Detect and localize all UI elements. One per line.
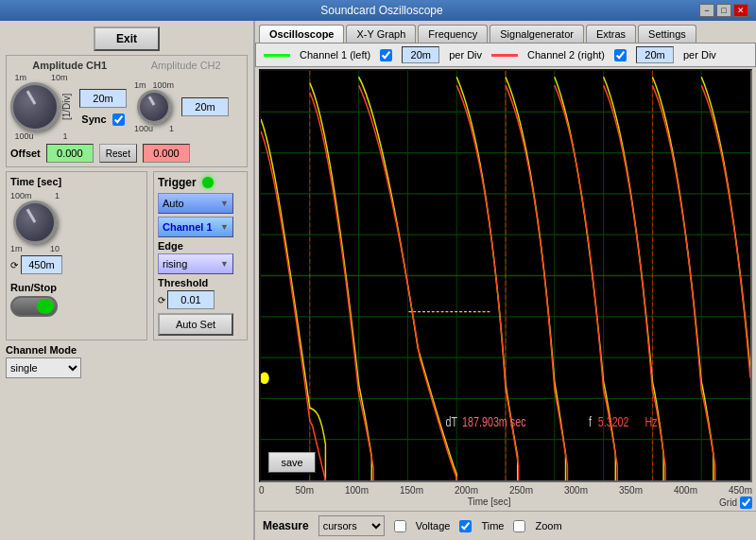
ch2-knob-container: 1m 100m 100u 1 (134, 80, 174, 133)
amplitude-knob-row: 1m 10m [1/Div] 100u 1 20m (10, 73, 243, 141)
save-button[interactable]: save (268, 452, 316, 473)
svg-text:f: f (589, 414, 592, 429)
threshold-row: ⟳ 0.01 (158, 290, 243, 309)
trigger-led (202, 177, 214, 188)
offset-ch2-input[interactable]: 0.000 (143, 144, 190, 163)
tab-signalgenerator[interactable]: Signalgenerator (490, 25, 584, 43)
voltage-checkbox[interactable] (394, 520, 406, 532)
run-stop-section: Run/Stop (10, 282, 143, 317)
ch2-knob-label-bot-left: 100u (134, 124, 153, 133)
zoom-checkbox[interactable] (513, 520, 525, 532)
minimize-button[interactable]: − (699, 4, 714, 17)
measure-bar: Measure cursors Voltage Time Zoom (255, 511, 756, 540)
ch1-color-indicator (264, 54, 290, 57)
maximize-button[interactable]: □ (716, 4, 731, 17)
ch2-visible-checkbox[interactable] (614, 49, 627, 61)
ch1-knob-label-bot-right: 1 (62, 131, 67, 141)
tab-oscilloscope[interactable]: Oscilloscope (259, 25, 344, 43)
reset-button[interactable]: Reset (99, 144, 137, 163)
sync-row: Sync (81, 113, 124, 126)
x-axis-title-row: Time [sec] Grid (255, 496, 756, 511)
trigger-channel-label: Channel 1 (163, 221, 213, 233)
app-title: Soundcard Oszilloscope (64, 4, 699, 17)
ch2-knob-label-bot-right: 1 (169, 124, 174, 133)
run-stop-label: Run/Stop (10, 282, 57, 293)
title-bar: Soundcard Oszilloscope − □ ✕ (0, 0, 756, 21)
amplitude-ch2-label: Amplitude CH2 (151, 60, 221, 71)
left-panel: Exit Amplitude CH1 Amplitude CH2 1m 10m … (0, 21, 255, 540)
measure-mode-select[interactable]: cursors (318, 515, 385, 536)
ch1-channel-label: Channel 1 (left) (300, 49, 370, 61)
zoom-label: Zoom (535, 520, 561, 531)
time-knob-top-left: 100m (10, 191, 32, 200)
tab-extras[interactable]: Extras (586, 25, 636, 43)
trigger-label: Trigger (158, 176, 197, 189)
channel-bar: Channel 1 (left) 20m per Div Channel 2 (… (255, 43, 756, 67)
x-axis-label-350m: 350m (619, 485, 643, 496)
channel-mode-label: Channel Mode (6, 344, 248, 356)
trigger-channel-button[interactable]: Channel 1 ▼ (158, 217, 233, 237)
ch2-color-indicator (491, 54, 518, 57)
trigger-auto-button[interactable]: Auto ▼ (158, 193, 233, 214)
time-checkbox[interactable] (459, 520, 472, 532)
exit-button[interactable]: Exit (94, 26, 160, 51)
ch1-unit-label: [1/Div] (61, 88, 72, 126)
ch1-per-div-label: per Div (449, 49, 482, 61)
time-arrow-icon: ⟳ (10, 260, 18, 270)
tab-frequency[interactable]: Frequency (418, 25, 488, 43)
ch1-knob-label-bot-left: 100u (15, 131, 34, 141)
trigger-header: Trigger (158, 176, 243, 189)
x-axis-label-150m: 150m (400, 485, 423, 496)
ch1-knob-container: 1m 10m [1/Div] 100u 1 (10, 73, 72, 141)
edge-label: Edge (158, 240, 243, 252)
time-knob-bot-right: 10 (50, 244, 60, 253)
time-section: Time [sec] 100m 1 1m 10 (6, 171, 147, 340)
channel-mode-select[interactable]: single (6, 357, 81, 378)
measure-label: Measure (263, 519, 309, 532)
grid-checkbox[interactable] (740, 496, 752, 509)
auto-set-button[interactable]: Auto Set (158, 313, 233, 336)
ch2-knob-label-top-right: 100m (152, 80, 174, 90)
tab-settings[interactable]: Settings (638, 25, 696, 43)
x-axis-label-200m: 200m (455, 485, 478, 496)
ch1-visible-checkbox[interactable] (380, 49, 392, 61)
x-axis-title: Time [sec] (259, 496, 719, 509)
x-axis-label-250m: 250m (509, 485, 533, 496)
time-knob-area: 100m 1 1m 10 (10, 191, 143, 253)
sync-checkbox[interactable] (112, 113, 125, 126)
close-button[interactable]: ✕ (733, 4, 748, 17)
right-panel: Oscilloscope X-Y Graph Frequency Signalg… (255, 21, 756, 540)
ch1-per-div-input[interactable]: 20m (402, 46, 439, 63)
ch1-value-input[interactable]: 20m (79, 89, 127, 108)
channel-mode-section: Channel Mode single (6, 344, 248, 378)
edge-select-button[interactable]: rising ▼ (158, 253, 233, 274)
ch1-amplitude-knob[interactable] (10, 82, 60, 131)
tab-xy-graph[interactable]: X-Y Graph (346, 25, 416, 43)
grid-label: Grid (719, 497, 737, 508)
x-axis-label-100m: 100m (345, 485, 369, 496)
grid-toggle-row: Grid (719, 496, 752, 509)
ch2-per-div-input[interactable]: 20m (636, 46, 674, 63)
svg-text:187.903m sec: 187.903m sec (462, 414, 525, 429)
ch2-value-input[interactable]: 20m (181, 97, 229, 116)
time-knob-bot-left: 1m (10, 244, 23, 253)
ch1-knob-label-top-left: 1m (15, 73, 27, 82)
time-label: Time [sec] (10, 176, 143, 187)
main-layout: Exit Amplitude CH1 Amplitude CH2 1m 10m … (0, 21, 756, 540)
amplitude-headers: Amplitude CH1 Amplitude CH2 (10, 60, 243, 71)
time-trigger-row: Time [sec] 100m 1 1m 10 (6, 171, 248, 340)
offset-row: Offset 0.000 Reset 0.000 (10, 144, 243, 163)
sync-label: Sync (81, 113, 106, 125)
window-controls: − □ ✕ (699, 4, 748, 17)
ch2-amplitude-knob[interactable] (137, 90, 171, 124)
threshold-input[interactable]: 0.01 (167, 290, 215, 309)
time-value-input[interactable]: 450m (21, 255, 62, 274)
offset-ch1-input[interactable]: 0.000 (46, 144, 94, 163)
amplitude-section: Amplitude CH1 Amplitude CH2 1m 10m [1/Di… (6, 55, 248, 167)
x-axis-label-0: 0 (259, 485, 265, 496)
time-knob[interactable] (13, 200, 57, 244)
run-stop-toggle[interactable] (10, 296, 58, 317)
threshold-icon: ⟳ (158, 295, 165, 305)
trigger-auto-arrow: ▼ (220, 199, 229, 208)
svg-text:dT: dT (445, 414, 457, 429)
